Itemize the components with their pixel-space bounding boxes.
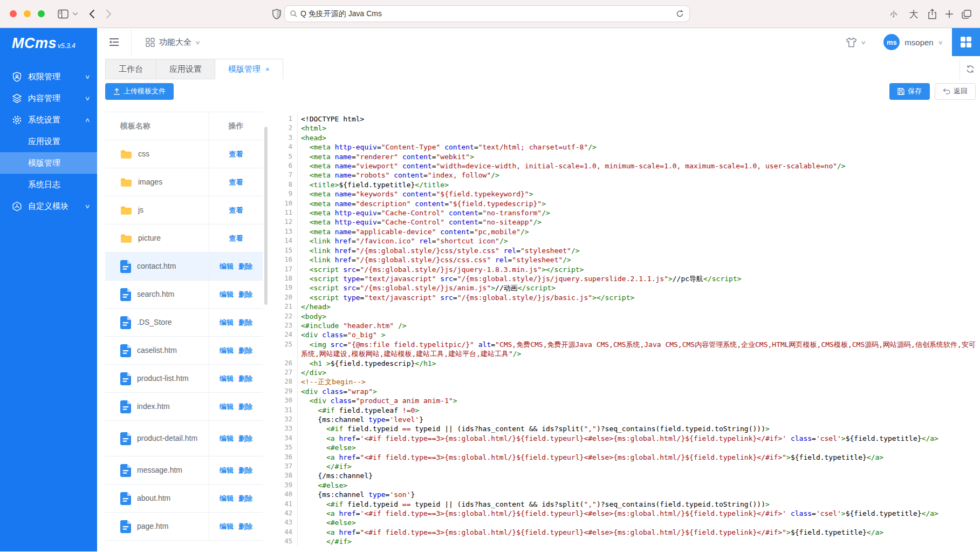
collapse-sidebar-icon[interactable]	[109, 38, 119, 46]
code-text[interactable]: {/ms:channel}	[298, 471, 976, 480]
view-link[interactable]: 查看	[229, 178, 243, 187]
delete-link[interactable]: 删除	[238, 290, 252, 299]
code-text[interactable]: <meta name="keywords" content="${field.t…	[298, 189, 976, 199]
code-text[interactable]: <title>${field.typetitle}</title>	[298, 180, 976, 189]
table-row-caselist.htm[interactable]: caselist.htm编辑删除	[105, 337, 263, 365]
table-row-index.htm[interactable]: index.htm编辑删除	[105, 393, 263, 421]
code-line-3[interactable]: 3<head>	[273, 133, 976, 142]
code-line-33[interactable]: 33 <#if field.typeid == typeid || (ids?h…	[273, 424, 976, 433]
table-row-about.htm[interactable]: about.htm编辑删除	[105, 485, 263, 513]
table-row-contact.htm[interactable]: contact.htm编辑删除	[105, 253, 263, 281]
edit-link[interactable]: 编辑	[220, 374, 234, 384]
theme-tshirt-icon[interactable]	[846, 37, 857, 47]
code-text[interactable]: <#include "header.htm" />	[298, 321, 976, 330]
tab-应用设置[interactable]: 应用设置	[156, 59, 215, 79]
delete-link[interactable]: 删除	[238, 262, 252, 271]
code-line-24[interactable]: 24<div class="o_big" >	[273, 330, 976, 339]
scrollbar-thumb[interactable]	[264, 127, 268, 305]
code-line-30[interactable]: 30 <div class="product_a anim anim-1">	[273, 396, 976, 405]
code-text[interactable]: <div class="o_big" >	[298, 330, 976, 339]
code-line-10[interactable]: 10 <meta name="description" content="${f…	[273, 199, 976, 208]
code-text[interactable]: <a href="<#if field.type==3>{ms:global.h…	[298, 453, 976, 462]
code-line-37[interactable]: 37 </#if>	[273, 462, 976, 471]
code-text[interactable]: <body>	[298, 312, 976, 321]
code-line-11[interactable]: 11 <meta http-equiv="Cache-Control" cont…	[273, 208, 976, 217]
code-line-25[interactable]: 25 <img src="{@ms:file field.typelitpic/…	[273, 340, 976, 359]
code-text[interactable]: <script type="text/javascript" src="/{ms…	[298, 293, 976, 302]
browser-sidebar-toggle-icon[interactable]	[58, 9, 68, 19]
sidebar-item-system-settings[interactable]: 系统设置 ∧	[0, 109, 97, 131]
code-text[interactable]: <!DOCTYPE html>	[298, 114, 976, 124]
code-text[interactable]: <meta name="renderer" content="webkit">	[298, 152, 976, 161]
code-text[interactable]: {ms:channel type='son'}	[298, 490, 976, 499]
code-text[interactable]: <#else>	[298, 518, 976, 527]
sidebar-item-template-management[interactable]: 模版管理	[0, 152, 97, 174]
delete-link[interactable]: 删除	[238, 434, 252, 444]
share-icon[interactable]	[928, 9, 937, 19]
code-text[interactable]: <a href="<#if field.type==3>{ms:global.h…	[298, 528, 976, 537]
browser-back-button[interactable]	[89, 9, 95, 19]
code-text[interactable]: <#else>	[298, 443, 976, 452]
edit-link[interactable]: 编辑	[220, 522, 234, 531]
table-row-.DS_Store[interactable]: .DS_Store编辑删除	[105, 309, 263, 337]
edit-link[interactable]: 编辑	[220, 434, 234, 444]
code-line-5[interactable]: 5 <meta name="renderer" content="webkit"…	[273, 152, 976, 161]
code-line-4[interactable]: 4 <meta http-equiv="Content-Type" conten…	[273, 142, 976, 152]
code-line-26[interactable]: 26 <h1 >${field.typedescrip}</h1>	[273, 359, 976, 368]
refresh-tab-button[interactable]	[960, 59, 980, 79]
back-button[interactable]: 返回	[935, 83, 976, 100]
tab-工作台[interactable]: 工作台	[105, 59, 156, 79]
code-text[interactable]: <link href="/{ms:global.style/}css/style…	[298, 246, 976, 255]
code-line-35[interactable]: 35 <#else>	[273, 443, 976, 452]
code-text[interactable]: <a href='<#if field.type==3>{ms:global.h…	[298, 434, 976, 443]
code-line-31[interactable]: 31 <#if field.typeleaf !=0>	[273, 406, 976, 415]
edit-link[interactable]: 编辑	[220, 402, 234, 412]
code-line-13[interactable]: 13 <meta name="applicable-device" conten…	[273, 227, 976, 236]
code-line-28[interactable]: 28<!--正文begin-->	[273, 377, 976, 386]
code-text[interactable]: <div class="product_a anim anim-1">	[298, 396, 976, 405]
code-line-29[interactable]: 29<div class="wrap">	[273, 387, 976, 396]
decrease-text-size-button[interactable]: 小	[888, 9, 900, 19]
minimize-window-button[interactable]	[24, 10, 31, 17]
tab-overview-icon[interactable]	[962, 10, 971, 19]
view-link[interactable]: 查看	[229, 234, 243, 243]
delete-link[interactable]: 删除	[238, 522, 252, 531]
table-row-message.htm[interactable]: message.htm编辑删除	[105, 456, 263, 485]
code-text[interactable]: <script type="text/javascript" src="/{ms…	[298, 274, 976, 283]
code-line-14[interactable]: 14 <link href="/favicon.ico" rel="shortc…	[273, 236, 976, 246]
code-text[interactable]: <meta http-equiv="Content-Type" content=…	[298, 142, 976, 152]
delete-link[interactable]: 删除	[238, 494, 252, 503]
apps-grid-button[interactable]	[952, 28, 980, 56]
user-avatar[interactable]: ms	[883, 34, 900, 50]
code-text[interactable]: <div class="wrap">	[298, 387, 976, 396]
delete-link[interactable]: 删除	[238, 402, 252, 412]
code-text[interactable]: <meta name="applicable-device" content="…	[298, 227, 976, 236]
code-line-22[interactable]: 22<body>	[273, 312, 976, 321]
code-text[interactable]: </#if>	[298, 462, 976, 471]
code-text[interactable]: <meta name="robots" content="index, foll…	[298, 171, 976, 180]
edit-link[interactable]: 编辑	[220, 494, 234, 503]
edit-link[interactable]: 编辑	[220, 346, 234, 356]
table-row-js[interactable]: js查看	[105, 196, 263, 224]
view-link[interactable]: 查看	[229, 206, 243, 215]
increase-text-size-button[interactable]: 大	[908, 8, 920, 21]
code-text[interactable]: <#if field.typeleaf !=0>	[298, 406, 976, 415]
code-line-40[interactable]: 40 {ms:channel type='son'}	[273, 490, 976, 499]
code-line-2[interactable]: 2<html>	[273, 124, 976, 133]
chevron-down-icon[interactable]: ∨	[937, 39, 943, 45]
code-text[interactable]: <!--正文begin-->	[298, 377, 976, 386]
zoom-window-button[interactable]	[38, 10, 45, 17]
code-text[interactable]: <link href="/favicon.ico" rel="shortcut …	[298, 236, 976, 246]
code-line-16[interactable]: 16 <link href="/{ms:global.style/}css/cs…	[273, 255, 976, 264]
code-line-7[interactable]: 7 <meta name="robots" content="index, fo…	[273, 171, 976, 180]
sidebar-item-permissions[interactable]: 权限管理 ∨	[0, 66, 97, 87]
code-line-1[interactable]: 1<!DOCTYPE html>	[273, 114, 976, 124]
code-text[interactable]: <script src="/{ms:global.style/}js/anim.…	[298, 283, 976, 292]
code-text[interactable]: </head>	[298, 302, 976, 311]
code-line-8[interactable]: 8 <title>${field.typetitle}</title>	[273, 180, 976, 189]
code-line-20[interactable]: 20 <script type="text/javascript" src="/…	[273, 293, 976, 302]
code-line-32[interactable]: 32 {ms:channel type='level'}	[273, 415, 976, 424]
edit-link[interactable]: 编辑	[220, 262, 234, 271]
close-window-button[interactable]	[10, 10, 17, 17]
code-text[interactable]: <meta name="description" content="${fiel…	[298, 199, 976, 208]
